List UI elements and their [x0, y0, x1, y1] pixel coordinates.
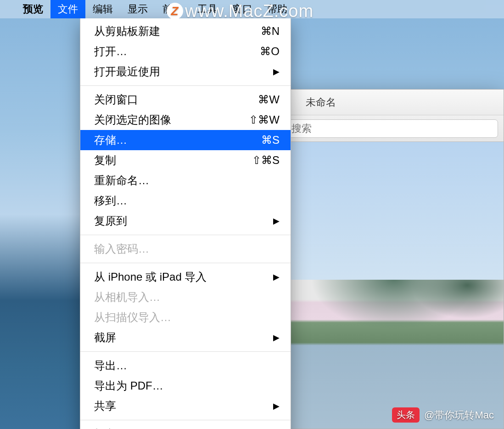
- file-menu-dropdown: 从剪贴板新建⌘N打开…⌘O打开最近使用▶关闭窗口⌘W关闭选定的图像⇧⌘W存储…⌘…: [80, 18, 291, 429]
- menu-item[interactable]: 截屏▶: [80, 327, 291, 348]
- menu-separator: [80, 420, 291, 420]
- submenu-arrow-icon: ▶: [273, 401, 280, 411]
- menu-item[interactable]: 打印…⌘P: [80, 424, 291, 429]
- menu-item[interactable]: 从剪贴板新建⌘N: [80, 21, 291, 41]
- menu-item-label: 从扫描仪导入…: [94, 310, 280, 325]
- menu-item[interactable]: 关闭窗口⌘W: [80, 90, 291, 110]
- menu-item: 从扫描仪导入…: [80, 307, 291, 327]
- macz-logo-icon: Z: [167, 3, 183, 19]
- menu-item-label: 打开…: [94, 44, 260, 59]
- menu-item-label: 重新命名…: [94, 173, 280, 188]
- menu-item-label: 复制: [94, 153, 252, 168]
- menu-separator: [80, 351, 291, 352]
- menu-separator: [80, 263, 291, 263]
- submenu-arrow-icon: ▶: [273, 272, 280, 282]
- menu-separator: [80, 235, 291, 235]
- menu-item[interactable]: 从 iPhone 或 iPad 导入▶: [80, 267, 291, 287]
- menu-item[interactable]: 复制⇧⌘S: [80, 150, 291, 170]
- menu-item[interactable]: 打开最近使用▶: [80, 62, 291, 82]
- credit-overlay: 头条 @带你玩转Mac: [392, 407, 494, 423]
- menu-item[interactable]: 重新命名…: [80, 170, 291, 191]
- menu-separator: [80, 85, 291, 86]
- submenu-arrow-icon: ▶: [273, 216, 280, 226]
- menu-item[interactable]: 打开…⌘O: [80, 41, 291, 62]
- menu-item-label: 存储…: [94, 133, 261, 147]
- app-menu[interactable]: 预览: [16, 0, 50, 18]
- menu-view[interactable]: 显示: [120, 0, 155, 18]
- menu-item-label: 从 iPhone 或 iPad 导入: [94, 270, 273, 284]
- submenu-arrow-icon: ▶: [273, 333, 280, 343]
- menu-item-label: 导出为 PDF…: [94, 378, 280, 393]
- window-title: 未命名: [306, 96, 336, 109]
- menu-item-label: 共享: [94, 399, 273, 413]
- menu-item-label: 关闭窗口: [94, 92, 258, 107]
- menu-item-label: 移到…: [94, 193, 280, 208]
- menu-item[interactable]: 复原到▶: [80, 211, 291, 231]
- toutiao-badge: 头条: [392, 407, 420, 423]
- watermark-text: Z www.MacZ.com: [167, 0, 314, 22]
- menu-item[interactable]: 存储…⌘S: [80, 130, 291, 150]
- menu-item: 输入密码…: [80, 239, 291, 259]
- menu-item-shortcut: ⌘W: [258, 93, 280, 106]
- menu-item[interactable]: 导出为 PDF…: [80, 376, 291, 396]
- menu-item-label: 从相机导入…: [94, 290, 280, 305]
- menu-item-shortcut: ⇧⌘W: [249, 113, 280, 126]
- credit-text: @带你玩转Mac: [424, 408, 494, 422]
- search-input[interactable]: [291, 123, 491, 135]
- menu-item[interactable]: 移到…: [80, 191, 291, 211]
- submenu-arrow-icon: ▶: [273, 67, 280, 77]
- menu-item-shortcut: ⌘N: [261, 25, 280, 38]
- menu-file[interactable]: 文件: [50, 0, 85, 18]
- search-field[interactable]: [271, 119, 498, 138]
- menu-item-shortcut: ⌘S: [261, 134, 280, 147]
- menu-item-label: 关闭选定的图像: [94, 113, 249, 127]
- menu-item-label: 打印…: [94, 427, 261, 429]
- menu-item-shortcut: ⌘O: [260, 45, 280, 58]
- menu-item[interactable]: 导出…: [80, 356, 291, 376]
- menu-item-label: 导出…: [94, 358, 280, 373]
- menu-item[interactable]: 共享▶: [80, 396, 291, 416]
- menu-item-label: 复原到: [94, 214, 273, 228]
- watermark-url: www.MacZ.com: [185, 1, 314, 21]
- menu-item-label: 输入密码…: [94, 242, 280, 256]
- menu-item-label: 截屏: [94, 330, 273, 345]
- menu-item: 从相机导入…: [80, 287, 291, 307]
- menu-item-label: 打开最近使用: [94, 64, 273, 79]
- menu-edit[interactable]: 编辑: [85, 0, 120, 18]
- menu-item-label: 从剪贴板新建: [94, 24, 261, 39]
- menu-item[interactable]: 关闭选定的图像⇧⌘W: [80, 110, 291, 130]
- menu-item-shortcut: ⇧⌘S: [252, 154, 280, 167]
